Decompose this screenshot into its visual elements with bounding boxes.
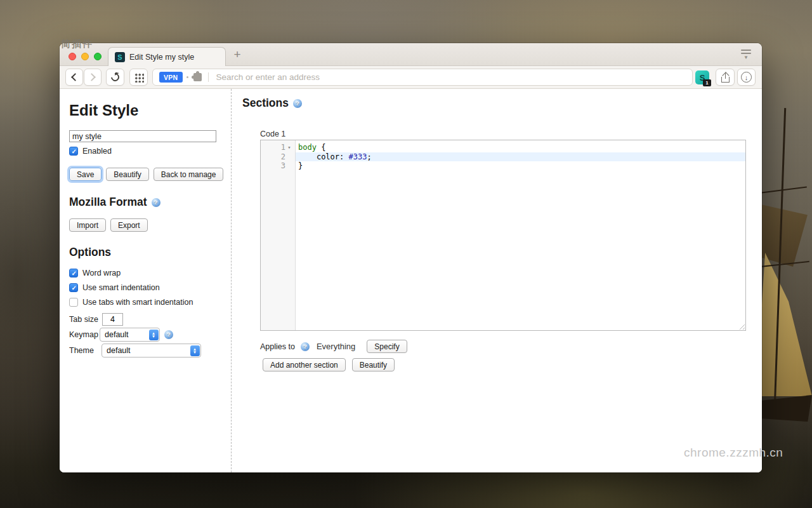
applies-to-value: Everything bbox=[317, 342, 355, 351]
keymap-select[interactable]: default bbox=[100, 328, 160, 342]
vpn-badge[interactable]: VPN bbox=[159, 72, 183, 83]
enabled-checkbox[interactable] bbox=[69, 147, 78, 156]
style-name-input[interactable] bbox=[69, 130, 216, 142]
smart-indentation-checkbox[interactable] bbox=[69, 283, 78, 292]
edit-style-sidebar: Edit Style Enabled Save Beautify Back to… bbox=[60, 89, 231, 472]
tabs-smart-indentation-label: Use tabs with smart indentation bbox=[82, 298, 193, 307]
enabled-row: Enabled bbox=[69, 145, 231, 157]
specify-button[interactable]: Specify bbox=[367, 340, 407, 353]
desktop: 简插件 chrome.zzzmh.cn S Edit Style my styl… bbox=[0, 0, 812, 508]
address-input[interactable] bbox=[215, 72, 693, 83]
tab-size-row: Tab size bbox=[69, 313, 231, 326]
ship-main-sail bbox=[756, 253, 812, 396]
applies-to-row: Applies to Everything Specify bbox=[260, 340, 762, 353]
mozilla-format-heading-row: Mozilla Format bbox=[69, 196, 231, 209]
keymap-help-icon[interactable] bbox=[164, 330, 173, 339]
stylish-extension-button[interactable]: S 1 bbox=[695, 70, 709, 84]
editor-code[interactable]: body { color: #333;} bbox=[296, 140, 745, 330]
keymap-row: Keymap default bbox=[69, 328, 231, 342]
export-button[interactable]: Export bbox=[110, 218, 148, 232]
code-editor[interactable]: 123 body { color: #333;} bbox=[260, 140, 746, 331]
forward-icon bbox=[88, 73, 96, 81]
keymap-label: Keymap bbox=[69, 330, 100, 339]
select-stepper-icon bbox=[190, 345, 200, 356]
reload-button[interactable] bbox=[106, 69, 124, 86]
theme-select[interactable]: default bbox=[102, 344, 201, 358]
share-icon bbox=[721, 72, 730, 83]
browser-tab[interactable]: S Edit Style my style bbox=[108, 47, 226, 66]
sections-heading-row: Sections bbox=[242, 97, 762, 110]
toolbar-menu-icon[interactable]: ▼ bbox=[740, 50, 752, 59]
enabled-label: Enabled bbox=[82, 147, 112, 156]
code-line[interactable]: color: #333; bbox=[296, 152, 745, 162]
watermark-top-left: 简插件 bbox=[61, 38, 93, 50]
close-window-button[interactable] bbox=[69, 53, 76, 60]
code-line[interactable]: body { bbox=[296, 143, 745, 152]
mozilla-format-help-icon[interactable] bbox=[152, 198, 160, 207]
beautify-button[interactable]: Beautify bbox=[106, 168, 148, 181]
address-divider bbox=[208, 72, 209, 82]
page-content: Edit Style Enabled Save Beautify Back to… bbox=[60, 89, 762, 472]
back-to-manage-button[interactable]: Back to manage bbox=[154, 168, 224, 181]
tab-size-input[interactable] bbox=[102, 313, 123, 326]
dot-separator bbox=[187, 76, 188, 78]
browser-window: S Edit Style my style + ▼ VPN S 1 bbox=[60, 43, 762, 472]
browser-toolbar: VPN S 1 bbox=[60, 66, 762, 89]
option-row: Use tabs with smart indentation bbox=[69, 297, 231, 308]
grid-icon bbox=[134, 72, 144, 83]
tab-title: Edit Style my style bbox=[129, 53, 194, 62]
section-beautify-button[interactable]: Beautify bbox=[352, 358, 395, 371]
import-button[interactable]: Import bbox=[69, 218, 106, 232]
applies-to-label: Applies to bbox=[260, 342, 295, 351]
theme-value: default bbox=[102, 344, 189, 357]
forward-button[interactable] bbox=[84, 69, 102, 86]
tabs-smart-indentation-checkbox[interactable] bbox=[69, 298, 78, 307]
editor-gutter: 123 bbox=[261, 140, 296, 330]
stylish-favicon-icon: S bbox=[115, 52, 125, 62]
section-footer-actions: Add another section Beautify bbox=[263, 358, 762, 371]
add-another-section-button[interactable]: Add another section bbox=[263, 358, 346, 371]
ship-hull bbox=[759, 395, 812, 422]
downloads-button[interactable] bbox=[737, 69, 756, 86]
keymap-value: default bbox=[100, 328, 148, 341]
fold-marker-icon[interactable] bbox=[285, 143, 293, 152]
code-section-label: Code 1 bbox=[260, 130, 762, 138]
theme-label: Theme bbox=[69, 346, 102, 355]
applies-to-help-icon[interactable] bbox=[301, 342, 310, 351]
page-title: Edit Style bbox=[69, 102, 231, 119]
word-wrap-checkbox[interactable] bbox=[69, 269, 78, 277]
select-stepper-icon bbox=[149, 330, 159, 340]
traffic-lights bbox=[69, 53, 102, 60]
extension-puzzle-icon[interactable] bbox=[193, 73, 202, 81]
titlebar: S Edit Style my style + ▼ bbox=[60, 43, 762, 66]
new-tab-button[interactable]: + bbox=[231, 48, 244, 61]
watermark-bottom-right: chrome.zzzmh.cn bbox=[684, 446, 783, 460]
mozilla-format-heading: Mozilla Format bbox=[69, 196, 147, 209]
ship-yard bbox=[761, 187, 807, 194]
sections-help-icon[interactable] bbox=[293, 99, 302, 108]
download-icon bbox=[741, 72, 752, 83]
minimize-window-button[interactable] bbox=[81, 53, 89, 60]
sections-heading: Sections bbox=[242, 97, 289, 110]
options-heading: Options bbox=[69, 246, 231, 259]
save-button[interactable]: Save bbox=[69, 168, 102, 181]
address-bar[interactable]: VPN bbox=[152, 69, 693, 86]
code-line[interactable]: } bbox=[296, 161, 745, 171]
back-icon bbox=[71, 73, 79, 81]
wallpaper-ship-painting bbox=[756, 108, 812, 425]
extension-badge: 1 bbox=[703, 79, 711, 86]
word-wrap-label: Word wrap bbox=[82, 269, 121, 277]
option-row: Use smart indentation bbox=[69, 282, 231, 293]
share-button[interactable] bbox=[716, 69, 735, 86]
apps-grid-button[interactable] bbox=[129, 69, 148, 86]
mozilla-format-actions: Import Export bbox=[69, 218, 231, 232]
primary-actions: Save Beautify Back to manage bbox=[69, 168, 231, 181]
theme-row: Theme default bbox=[69, 344, 231, 358]
smart-indentation-label: Use smart indentation bbox=[82, 283, 160, 292]
back-button[interactable] bbox=[65, 69, 83, 86]
sections-panel: Sections Code 1 123 body { color: #333;}… bbox=[232, 89, 762, 472]
zoom-window-button[interactable] bbox=[94, 53, 102, 60]
option-row: Word wrap bbox=[69, 267, 231, 279]
tab-size-label: Tab size bbox=[69, 315, 100, 324]
ship-upper-sail bbox=[756, 190, 812, 267]
